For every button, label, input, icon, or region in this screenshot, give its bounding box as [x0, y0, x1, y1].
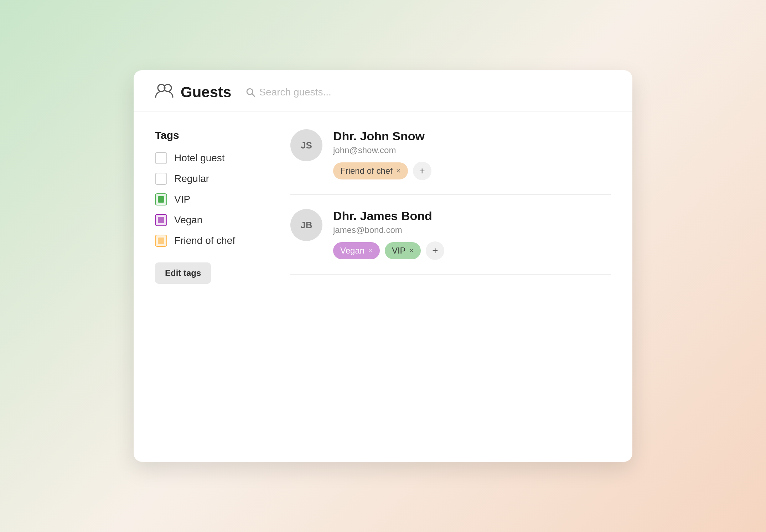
tag-label-friend-of-chef: Friend of chef [174, 235, 235, 246]
guest-tags-james-bond: Vegan × VIP × + [333, 241, 611, 260]
guest-email-john-snow: john@show.com [333, 145, 611, 155]
guests-icon [155, 83, 174, 101]
tag-label-vip: VIP [174, 194, 190, 205]
remove-tag-vip[interactable]: × [409, 246, 414, 255]
tag-item-vegan: Vegan [155, 214, 269, 226]
tag-item-friend-of-chef: Friend of chef [155, 235, 269, 247]
remove-tag-friend-of-chef[interactable]: × [396, 166, 401, 176]
guest-email-james-bond: james@bond.com [333, 225, 611, 235]
tag-item-hotel-guest: Hotel guest [155, 152, 269, 164]
tag-checkbox-regular[interactable] [155, 173, 167, 185]
guest-list: JS Dhr. John Snow john@show.com Friend o… [290, 129, 611, 444]
tag-label-regular: Regular [174, 173, 209, 184]
tag-label-hotel-guest: Hotel guest [174, 152, 225, 164]
tags-heading: Tags [155, 129, 269, 141]
guest-tags-john-snow: Friend of chef × + [333, 162, 611, 180]
page-title: Guests [181, 84, 231, 101]
guest-name-james-bond: Dhr. James Bond [333, 209, 611, 223]
avatar-john-snow: JS [290, 129, 322, 161]
tag-badge-friend-of-chef: Friend of chef × [333, 162, 408, 179]
guest-info-james-bond: Dhr. James Bond james@bond.com Vegan × V… [333, 209, 611, 260]
guest-info-john-snow: Dhr. John Snow john@show.com Friend of c… [333, 129, 611, 180]
tag-badge-label-vegan: Vegan [340, 246, 364, 256]
tag-checkbox-friend-of-chef[interactable] [155, 235, 167, 247]
tag-badge-label-vip: VIP [392, 246, 406, 256]
search-area[interactable]: Search guests... [245, 87, 331, 98]
search-icon [245, 87, 255, 97]
tag-badge-vip: VIP × [385, 242, 421, 259]
sidebar: Tags Hotel guest Regular VIP Vegan [155, 129, 269, 444]
tag-badge-label: Friend of chef [340, 166, 393, 176]
guest-item-james-bond: JB Dhr. James Bond james@bond.com Vegan … [290, 195, 611, 275]
remove-tag-vegan[interactable]: × [368, 246, 373, 255]
add-tag-button-james-bond[interactable]: + [426, 241, 444, 260]
tag-item-regular: Regular [155, 173, 269, 185]
avatar-james-bond: JB [290, 209, 322, 241]
guest-item-john-snow: JS Dhr. John Snow john@show.com Friend o… [290, 129, 611, 195]
tag-label-vegan: Vegan [174, 214, 202, 226]
header: Guests Search guests... [134, 70, 632, 111]
tag-checkbox-vegan[interactable] [155, 214, 167, 226]
app-window: Guests Search guests... Tags Hotel guest… [134, 70, 632, 462]
tag-checkbox-hotel-guest[interactable] [155, 152, 167, 164]
tag-badge-vegan: Vegan × [333, 242, 380, 259]
tag-item-vip: VIP [155, 193, 269, 205]
search-input[interactable]: Search guests... [259, 87, 331, 98]
svg-line-3 [252, 94, 255, 97]
guest-name-john-snow: Dhr. John Snow [333, 129, 611, 143]
add-tag-button-john-snow[interactable]: + [413, 162, 431, 180]
content-area: Tags Hotel guest Regular VIP Vegan [134, 111, 632, 462]
tag-checkbox-vip[interactable] [155, 193, 167, 205]
edit-tags-button[interactable]: Edit tags [155, 262, 211, 284]
